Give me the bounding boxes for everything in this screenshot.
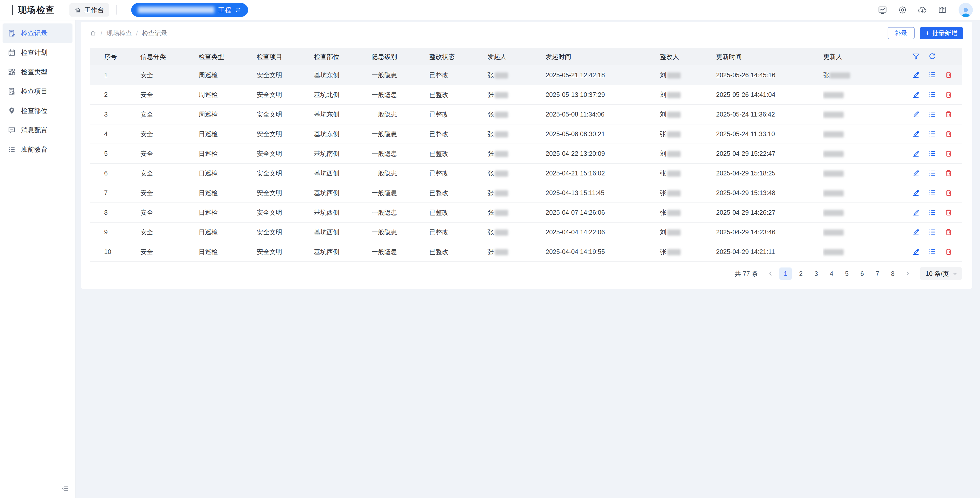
cell-actions <box>912 183 962 203</box>
delete-icon[interactable] <box>945 228 953 236</box>
page-size-select[interactable]: 10 条/页 <box>920 267 962 280</box>
dashboard-icon[interactable] <box>878 5 887 14</box>
cell-level: 一般隐患 <box>372 183 429 203</box>
edit-icon[interactable] <box>912 130 920 138</box>
cell-status: 已整改 <box>429 85 487 105</box>
edit-icon[interactable] <box>912 209 920 217</box>
delete-icon[interactable] <box>945 189 953 197</box>
cell-part: 基坑西侧 <box>314 163 372 183</box>
supplement-button[interactable]: 补录 <box>888 27 915 39</box>
table-row[interactable]: 6 安全 日巡检 安全文明 基坑西侧 一般隐患 已整改 张 2025-04-21… <box>90 163 962 183</box>
delete-icon[interactable] <box>945 169 953 178</box>
delete-icon[interactable] <box>945 209 953 217</box>
breadcrumb-home-icon[interactable] <box>90 30 97 36</box>
delete-icon[interactable] <box>945 110 953 119</box>
detail-list-icon[interactable] <box>928 189 937 197</box>
sidebar-item-label: 消息配置 <box>21 126 48 135</box>
sidebar-item-7[interactable]: 班前教育 <box>3 140 73 159</box>
education-icon <box>8 145 16 154</box>
sidebar-collapse-icon[interactable] <box>60 484 70 494</box>
cell-updater <box>823 124 912 144</box>
detail-list-icon[interactable] <box>928 150 937 158</box>
page-number-5[interactable]: 5 <box>841 268 853 280</box>
edit-icon[interactable] <box>912 91 920 99</box>
cell-updated-at: 2025-05-26 14:45:16 <box>716 65 823 85</box>
page-number-6[interactable]: 6 <box>856 268 868 280</box>
edit-icon[interactable] <box>912 150 920 158</box>
cell-status: 已整改 <box>429 242 487 262</box>
delete-icon[interactable] <box>945 91 953 99</box>
detail-list-icon[interactable] <box>928 209 937 217</box>
cell-no: 1 <box>90 65 140 85</box>
project-name-redacted <box>138 6 215 13</box>
sidebar-item-1[interactable]: 检查记录 <box>3 24 73 43</box>
cell-type: 日巡检 <box>199 144 257 163</box>
detail-list-icon[interactable] <box>928 71 937 79</box>
detail-list-icon[interactable] <box>928 110 937 119</box>
cell-updated-at: 2025-05-26 14:41:04 <box>716 85 823 105</box>
page-number-7[interactable]: 7 <box>871 268 883 280</box>
cell-category: 安全 <box>140 183 199 203</box>
edit-icon[interactable] <box>912 228 920 236</box>
edit-icon[interactable] <box>912 71 920 79</box>
edit-icon[interactable] <box>912 189 920 197</box>
workbench-button[interactable]: 工作台 <box>69 3 109 17</box>
delete-icon[interactable] <box>945 71 953 79</box>
batch-add-label: 批量新增 <box>932 29 958 38</box>
delete-icon[interactable] <box>945 150 953 158</box>
detail-list-icon[interactable] <box>928 228 937 236</box>
redacted-name <box>495 249 508 255</box>
table-row[interactable]: 9 安全 日巡检 安全文明 基坑西侧 一般隐患 已整改 张 2025-04-04… <box>90 222 962 242</box>
cell-part: 基坑西侧 <box>314 222 372 242</box>
table-row[interactable]: 2 安全 周巡检 安全文明 基坑北侧 一般隐患 已整改 张 2025-05-13… <box>90 85 962 105</box>
cell-item: 安全文明 <box>257 222 314 242</box>
page-number-3[interactable]: 3 <box>810 268 822 280</box>
cell-category: 安全 <box>140 242 199 262</box>
settings-icon[interactable] <box>898 5 907 14</box>
handbook-icon[interactable] <box>938 5 947 14</box>
detail-list-icon[interactable] <box>928 130 937 138</box>
cloud-download-icon[interactable] <box>918 5 927 14</box>
delete-icon[interactable] <box>945 130 953 138</box>
table-row[interactable]: 5 安全 日巡检 安全文明 基坑南侧 一般隐患 已整改 张 2025-04-22… <box>90 144 962 163</box>
table-row[interactable]: 8 安全 日巡检 安全文明 基坑西侧 一般隐患 已整改 张 2025-04-07… <box>90 203 962 222</box>
breadcrumb-separator: / <box>100 30 102 37</box>
table-row[interactable]: 1 安全 周巡检 安全文明 基坑东侧 一般隐患 已整改 张 2025-05-21… <box>90 65 962 85</box>
delete-icon[interactable] <box>945 248 953 256</box>
next-page-icon[interactable] <box>902 268 913 280</box>
page-number-8[interactable]: 8 <box>886 268 899 280</box>
batch-add-button[interactable]: + 批量新增 <box>920 27 963 39</box>
edit-icon[interactable] <box>912 169 920 178</box>
table-row[interactable]: 10 安全 日巡检 安全文明 基坑西侧 一般隐患 已整改 张 2025-04-0… <box>90 242 962 262</box>
edit-icon[interactable] <box>912 248 920 256</box>
table-row[interactable]: 3 安全 周巡检 安全文明 基坑东侧 一般隐患 已整改 张 2025-05-08… <box>90 105 962 124</box>
prev-page-icon[interactable] <box>765 268 776 280</box>
page-number-4[interactable]: 4 <box>825 268 838 280</box>
redacted-name <box>830 72 850 79</box>
edit-icon[interactable] <box>912 110 920 119</box>
detail-list-icon[interactable] <box>928 91 937 99</box>
sidebar-item-label: 检查计划 <box>21 48 48 57</box>
refresh-icon[interactable] <box>928 52 937 61</box>
sidebar-item-3[interactable]: 检查类型 <box>3 62 73 82</box>
sidebar-item-2[interactable]: 检查计划 <box>3 43 73 62</box>
column-header: 更新时间 <box>716 48 823 65</box>
sidebar-item-5[interactable]: 检查部位 <box>3 101 73 121</box>
detail-list-icon[interactable] <box>928 169 937 178</box>
table-row[interactable]: 7 安全 日巡检 安全文明 基坑西侧 一般隐患 已整改 张 2025-04-13… <box>90 183 962 203</box>
project-switcher[interactable]: 工程 <box>131 3 248 17</box>
sidebar-item-4[interactable]: 检查项目 <box>3 82 73 101</box>
cell-type: 周巡检 <box>199 65 257 85</box>
page-number-2[interactable]: 2 <box>795 268 807 280</box>
sidebar-item-6[interactable]: 消息配置 <box>3 121 73 140</box>
detail-list-icon[interactable] <box>928 248 937 256</box>
cell-type: 周巡检 <box>199 85 257 105</box>
user-avatar[interactable] <box>959 3 973 17</box>
redacted-name <box>667 92 681 98</box>
page-number-1[interactable]: 1 <box>780 268 792 280</box>
filter-icon[interactable] <box>912 52 920 61</box>
column-header: 隐患级别 <box>372 48 429 65</box>
breadcrumb-root[interactable]: 现场检查 <box>107 29 132 38</box>
table-row[interactable]: 4 安全 日巡检 安全文明 基坑东侧 一般隐患 已整改 张 2025-05-08… <box>90 124 962 144</box>
inspection-records-table: 序号信息分类检查类型检查项目检查部位隐患级别整改状态发起人发起时间整改人更新时间… <box>90 48 962 262</box>
